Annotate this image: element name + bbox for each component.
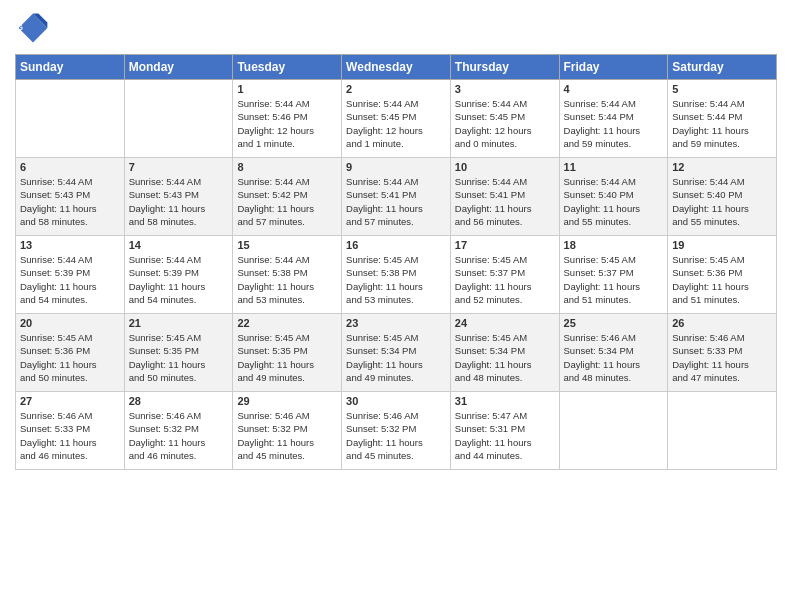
calendar-cell: 26Sunrise: 5:46 AM Sunset: 5:33 PM Dayli…: [668, 314, 777, 392]
calendar-week-row: 27Sunrise: 5:46 AM Sunset: 5:33 PM Dayli…: [16, 392, 777, 470]
day-number: 12: [672, 161, 772, 173]
day-number: 28: [129, 395, 229, 407]
day-number: 21: [129, 317, 229, 329]
day-number: 9: [346, 161, 446, 173]
weekday-header-row: SundayMondayTuesdayWednesdayThursdayFrid…: [16, 55, 777, 80]
weekday-header-sunday: Sunday: [16, 55, 125, 80]
calendar-cell: 31Sunrise: 5:47 AM Sunset: 5:31 PM Dayli…: [450, 392, 559, 470]
day-info: Sunrise: 5:46 AM Sunset: 5:33 PM Dayligh…: [20, 409, 120, 462]
day-info: Sunrise: 5:45 AM Sunset: 5:34 PM Dayligh…: [346, 331, 446, 384]
calendar-cell: 3Sunrise: 5:44 AM Sunset: 5:45 PM Daylig…: [450, 80, 559, 158]
day-info: Sunrise: 5:44 AM Sunset: 5:41 PM Dayligh…: [346, 175, 446, 228]
day-number: 7: [129, 161, 229, 173]
day-number: 4: [564, 83, 664, 95]
day-info: Sunrise: 5:44 AM Sunset: 5:44 PM Dayligh…: [564, 97, 664, 150]
day-info: Sunrise: 5:46 AM Sunset: 5:32 PM Dayligh…: [346, 409, 446, 462]
day-number: 8: [237, 161, 337, 173]
calendar-cell: 21Sunrise: 5:45 AM Sunset: 5:35 PM Dayli…: [124, 314, 233, 392]
day-number: 14: [129, 239, 229, 251]
day-info: Sunrise: 5:44 AM Sunset: 5:38 PM Dayligh…: [237, 253, 337, 306]
calendar-cell: [16, 80, 125, 158]
day-info: Sunrise: 5:44 AM Sunset: 5:43 PM Dayligh…: [129, 175, 229, 228]
day-info: Sunrise: 5:44 AM Sunset: 5:45 PM Dayligh…: [455, 97, 555, 150]
day-info: Sunrise: 5:45 AM Sunset: 5:36 PM Dayligh…: [672, 253, 772, 306]
day-number: 25: [564, 317, 664, 329]
calendar-week-row: 6Sunrise: 5:44 AM Sunset: 5:43 PM Daylig…: [16, 158, 777, 236]
calendar-cell: 27Sunrise: 5:46 AM Sunset: 5:33 PM Dayli…: [16, 392, 125, 470]
day-info: Sunrise: 5:45 AM Sunset: 5:35 PM Dayligh…: [237, 331, 337, 384]
day-info: Sunrise: 5:45 AM Sunset: 5:36 PM Dayligh…: [20, 331, 120, 384]
day-info: Sunrise: 5:44 AM Sunset: 5:40 PM Dayligh…: [564, 175, 664, 228]
calendar-cell: 28Sunrise: 5:46 AM Sunset: 5:32 PM Dayli…: [124, 392, 233, 470]
calendar-cell: 1Sunrise: 5:44 AM Sunset: 5:46 PM Daylig…: [233, 80, 342, 158]
day-number: 20: [20, 317, 120, 329]
calendar-cell: 10Sunrise: 5:44 AM Sunset: 5:41 PM Dayli…: [450, 158, 559, 236]
calendar-cell: 23Sunrise: 5:45 AM Sunset: 5:34 PM Dayli…: [342, 314, 451, 392]
day-number: 17: [455, 239, 555, 251]
day-number: 22: [237, 317, 337, 329]
day-number: 18: [564, 239, 664, 251]
day-info: Sunrise: 5:44 AM Sunset: 5:42 PM Dayligh…: [237, 175, 337, 228]
day-number: 30: [346, 395, 446, 407]
calendar-cell: 29Sunrise: 5:46 AM Sunset: 5:32 PM Dayli…: [233, 392, 342, 470]
calendar-cell: 9Sunrise: 5:44 AM Sunset: 5:41 PM Daylig…: [342, 158, 451, 236]
weekday-header-wednesday: Wednesday: [342, 55, 451, 80]
day-info: Sunrise: 5:45 AM Sunset: 5:38 PM Dayligh…: [346, 253, 446, 306]
calendar-cell: 24Sunrise: 5:45 AM Sunset: 5:34 PM Dayli…: [450, 314, 559, 392]
day-info: Sunrise: 5:44 AM Sunset: 5:41 PM Dayligh…: [455, 175, 555, 228]
calendar-cell: 2Sunrise: 5:44 AM Sunset: 5:45 PM Daylig…: [342, 80, 451, 158]
day-number: 31: [455, 395, 555, 407]
day-number: 1: [237, 83, 337, 95]
day-info: Sunrise: 5:44 AM Sunset: 5:46 PM Dayligh…: [237, 97, 337, 150]
day-number: 23: [346, 317, 446, 329]
day-number: 11: [564, 161, 664, 173]
calendar-cell: 22Sunrise: 5:45 AM Sunset: 5:35 PM Dayli…: [233, 314, 342, 392]
calendar-week-row: 1Sunrise: 5:44 AM Sunset: 5:46 PM Daylig…: [16, 80, 777, 158]
day-number: 26: [672, 317, 772, 329]
calendar-cell: 16Sunrise: 5:45 AM Sunset: 5:38 PM Dayli…: [342, 236, 451, 314]
calendar-cell: 11Sunrise: 5:44 AM Sunset: 5:40 PM Dayli…: [559, 158, 668, 236]
calendar-cell: 13Sunrise: 5:44 AM Sunset: 5:39 PM Dayli…: [16, 236, 125, 314]
calendar-cell: 4Sunrise: 5:44 AM Sunset: 5:44 PM Daylig…: [559, 80, 668, 158]
day-info: Sunrise: 5:44 AM Sunset: 5:40 PM Dayligh…: [672, 175, 772, 228]
calendar-cell: 30Sunrise: 5:46 AM Sunset: 5:32 PM Dayli…: [342, 392, 451, 470]
day-info: Sunrise: 5:47 AM Sunset: 5:31 PM Dayligh…: [455, 409, 555, 462]
weekday-header-tuesday: Tuesday: [233, 55, 342, 80]
day-info: Sunrise: 5:44 AM Sunset: 5:39 PM Dayligh…: [129, 253, 229, 306]
header: G: [15, 10, 777, 46]
day-number: 27: [20, 395, 120, 407]
calendar-cell: 6Sunrise: 5:44 AM Sunset: 5:43 PM Daylig…: [16, 158, 125, 236]
day-info: Sunrise: 5:45 AM Sunset: 5:34 PM Dayligh…: [455, 331, 555, 384]
weekday-header-thursday: Thursday: [450, 55, 559, 80]
day-info: Sunrise: 5:46 AM Sunset: 5:33 PM Dayligh…: [672, 331, 772, 384]
day-number: 3: [455, 83, 555, 95]
calendar-table: SundayMondayTuesdayWednesdayThursdayFrid…: [15, 54, 777, 470]
calendar-cell: 12Sunrise: 5:44 AM Sunset: 5:40 PM Dayli…: [668, 158, 777, 236]
calendar-cell: [668, 392, 777, 470]
calendar-week-row: 13Sunrise: 5:44 AM Sunset: 5:39 PM Dayli…: [16, 236, 777, 314]
calendar-cell: [559, 392, 668, 470]
logo: G: [15, 10, 55, 46]
calendar-cell: 19Sunrise: 5:45 AM Sunset: 5:36 PM Dayli…: [668, 236, 777, 314]
calendar-week-row: 20Sunrise: 5:45 AM Sunset: 5:36 PM Dayli…: [16, 314, 777, 392]
weekday-header-friday: Friday: [559, 55, 668, 80]
day-number: 19: [672, 239, 772, 251]
calendar-cell: 7Sunrise: 5:44 AM Sunset: 5:43 PM Daylig…: [124, 158, 233, 236]
day-info: Sunrise: 5:45 AM Sunset: 5:37 PM Dayligh…: [564, 253, 664, 306]
day-info: Sunrise: 5:45 AM Sunset: 5:37 PM Dayligh…: [455, 253, 555, 306]
day-info: Sunrise: 5:44 AM Sunset: 5:39 PM Dayligh…: [20, 253, 120, 306]
day-info: Sunrise: 5:45 AM Sunset: 5:35 PM Dayligh…: [129, 331, 229, 384]
day-number: 15: [237, 239, 337, 251]
logo-icon: G: [15, 10, 51, 46]
calendar-cell: 25Sunrise: 5:46 AM Sunset: 5:34 PM Dayli…: [559, 314, 668, 392]
weekday-header-saturday: Saturday: [668, 55, 777, 80]
calendar-cell: 15Sunrise: 5:44 AM Sunset: 5:38 PM Dayli…: [233, 236, 342, 314]
calendar-cell: 17Sunrise: 5:45 AM Sunset: 5:37 PM Dayli…: [450, 236, 559, 314]
day-info: Sunrise: 5:44 AM Sunset: 5:45 PM Dayligh…: [346, 97, 446, 150]
day-info: Sunrise: 5:46 AM Sunset: 5:32 PM Dayligh…: [129, 409, 229, 462]
day-number: 10: [455, 161, 555, 173]
calendar-cell: 5Sunrise: 5:44 AM Sunset: 5:44 PM Daylig…: [668, 80, 777, 158]
svg-text:G: G: [17, 23, 23, 32]
day-number: 2: [346, 83, 446, 95]
day-number: 6: [20, 161, 120, 173]
